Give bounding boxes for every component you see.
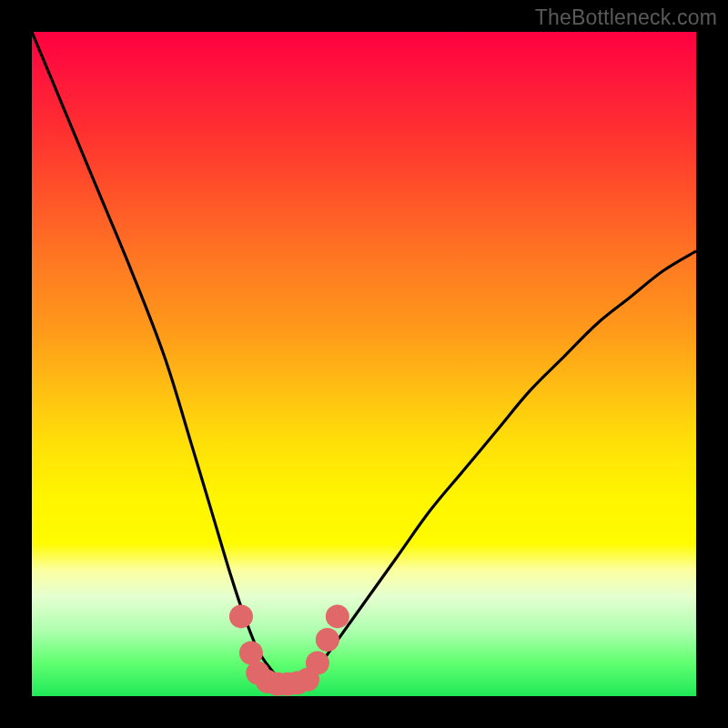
data-marker — [326, 604, 349, 628]
data-marker — [229, 604, 253, 628]
chart-svg — [32, 32, 696, 696]
data-marker — [316, 628, 339, 652]
watermark-text: TheBottleneck.com — [535, 5, 717, 30]
marker-group — [229, 604, 349, 695]
bottleneck-curve — [32, 32, 696, 683]
chart-container: { "watermark": "TheBottleneck.com", "col… — [0, 0, 728, 728]
plot-gradient-area — [32, 32, 696, 696]
data-marker — [306, 652, 329, 675]
curve-group — [32, 32, 696, 683]
